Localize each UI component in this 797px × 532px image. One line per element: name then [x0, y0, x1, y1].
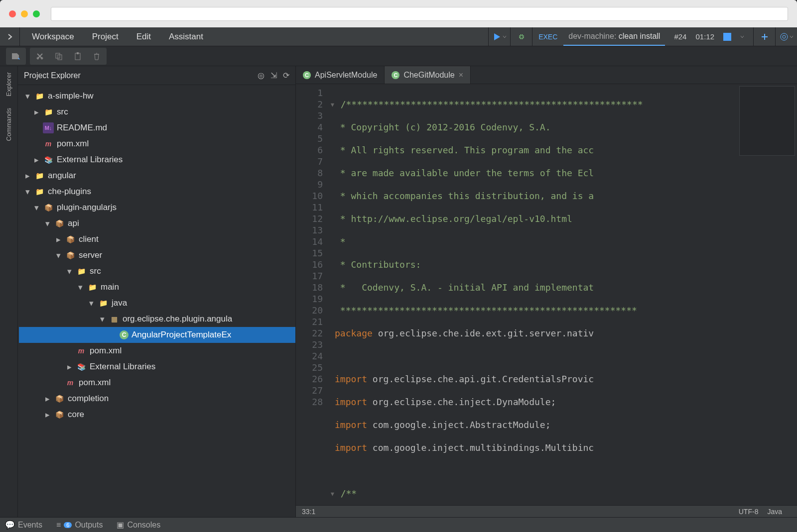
tree-node-pom1[interactable]: mpom.xml — [19, 136, 295, 152]
bottom-bar: 💬Events ≡6Outputs ▣Consoles — [0, 517, 797, 532]
code-content[interactable]: ▾ /*************************************… — [328, 84, 797, 505]
collapse-all-icon[interactable]: ⇲ — [270, 71, 277, 80]
line-gutter: 1234567891011121314151617181920212223242… — [296, 84, 328, 505]
traffic-lights — [9, 10, 40, 17]
new-file-button[interactable] — [7, 49, 25, 64]
close-tab-icon[interactable]: × — [459, 71, 463, 80]
progress-indicator-icon — [723, 33, 731, 41]
tree-node-che-plugins[interactable]: ▾📁che-plugins — [19, 184, 295, 200]
tree-node-pom2[interactable]: mpom.xml — [19, 343, 295, 359]
expand-menu-button[interactable] — [0, 27, 20, 46]
refresh-icon[interactable]: ⟳ — [283, 71, 289, 80]
run-time: 01:12 — [695, 32, 714, 41]
tab-apiservletmodule[interactable]: CApiServletModule — [296, 66, 385, 84]
run-id: #24 — [674, 32, 686, 41]
menu-project[interactable]: Project — [92, 32, 119, 42]
exec-command[interactable]: dev-machine: clean install — [563, 27, 665, 46]
split-editor-button[interactable] — [753, 27, 775, 46]
close-window-icon[interactable] — [9, 10, 16, 17]
cut-button[interactable] — [31, 49, 49, 64]
tree-node-java[interactable]: ▾📁java — [19, 295, 295, 311]
menu-workspace[interactable]: Workspace — [32, 32, 74, 42]
project-explorer-panel: Project Explorer ◎ ⇲ ⟳ ▾📁a-simple-hw ▸📁s… — [18, 66, 296, 517]
chevron-down-icon[interactable] — [740, 35, 744, 39]
left-rail: Explorer Commands — [0, 66, 18, 517]
tree-node-a-simple-hw[interactable]: ▾📁a-simple-hw — [19, 88, 295, 104]
minimize-window-icon[interactable] — [21, 10, 28, 17]
browser-chrome — [0, 0, 797, 27]
editor-tabs: CApiServletModule CCheGitModule× — [296, 66, 797, 84]
code-editor[interactable]: 1234567891011121314151617181920212223242… — [296, 84, 797, 505]
consoles-tab[interactable]: ▣Consoles — [117, 520, 160, 530]
outputs-badge: 6 — [64, 522, 72, 528]
svg-point-2 — [783, 35, 786, 38]
tab-chegitmodule[interactable]: CCheGitModule× — [385, 66, 471, 84]
tree-node-api[interactable]: ▾📦api — [19, 215, 295, 231]
tree-node-main[interactable]: ▾📁main — [19, 279, 295, 295]
tree-node-client[interactable]: ▸📦client — [19, 231, 295, 247]
svg-rect-8 — [77, 52, 79, 54]
project-tree: ▾📁a-simple-hw ▸📁src M↓README.md mpom.xml… — [18, 85, 295, 517]
run-button[interactable] — [488, 27, 510, 46]
tree-node-completion[interactable]: ▸📦completion — [19, 391, 295, 407]
cursor-position: 33:1 — [302, 508, 315, 516]
paste-button[interactable] — [69, 49, 87, 64]
outputs-tab[interactable]: ≡6Outputs — [56, 521, 103, 530]
maximize-window-icon[interactable] — [33, 10, 40, 17]
target-button[interactable] — [775, 27, 797, 46]
outputs-icon: ≡ — [56, 521, 61, 530]
tree-node-plugin-angularjs[interactable]: ▾📦plugin-angularjs — [19, 200, 295, 215]
tree-node-server[interactable]: ▾📦server — [19, 247, 295, 263]
language-mode[interactable]: Java — [767, 508, 782, 516]
minimap[interactable] — [739, 86, 795, 156]
events-tab[interactable]: 💬Events — [5, 520, 42, 530]
editor-status-bar: 33:1 UTF-8 Java — [296, 505, 797, 517]
toolbar — [0, 46, 797, 66]
exec-label: EXEC — [532, 33, 563, 41]
copy-button[interactable] — [50, 49, 68, 64]
tree-node-pom3[interactable]: mpom.xml — [19, 375, 295, 391]
explorer-title: Project Explorer — [24, 71, 81, 80]
encoding[interactable]: UTF-8 — [739, 508, 759, 516]
events-icon: 💬 — [5, 520, 15, 530]
tree-node-package[interactable]: ▾▦org.eclipse.che.plugin.angula — [19, 311, 295, 327]
svg-point-1 — [781, 33, 788, 40]
tree-node-angular[interactable]: ▸📁angular — [19, 168, 295, 184]
tree-node-src[interactable]: ▸📁src — [19, 104, 295, 120]
tree-node-readme[interactable]: M↓README.md — [19, 120, 295, 136]
delete-button[interactable] — [88, 49, 106, 64]
tree-node-src2[interactable]: ▾📁src — [19, 263, 295, 279]
rail-explorer[interactable]: Explorer — [5, 72, 12, 96]
debug-button[interactable] — [510, 27, 532, 46]
menu-assistant[interactable]: Assistant — [169, 32, 203, 42]
consoles-icon: ▣ — [117, 520, 124, 530]
tree-node-angular-template[interactable]: CAngularProjectTemplateEx — [19, 327, 295, 343]
locate-icon[interactable]: ◎ — [258, 71, 265, 80]
url-bar[interactable] — [51, 7, 788, 21]
menu-edit[interactable]: Edit — [136, 32, 151, 42]
tree-node-extlib2[interactable]: ▸📚External Libraries — [19, 359, 295, 375]
tree-node-core[interactable]: ▸📦core — [19, 407, 295, 423]
rail-commands[interactable]: Commands — [5, 108, 12, 141]
menu-bar: Workspace Project Edit Assistant EXEC de… — [0, 27, 797, 46]
editor-panel: CApiServletModule CCheGitModule× 1234567… — [296, 66, 797, 517]
tree-node-extlib1[interactable]: ▸📚External Libraries — [19, 152, 295, 168]
